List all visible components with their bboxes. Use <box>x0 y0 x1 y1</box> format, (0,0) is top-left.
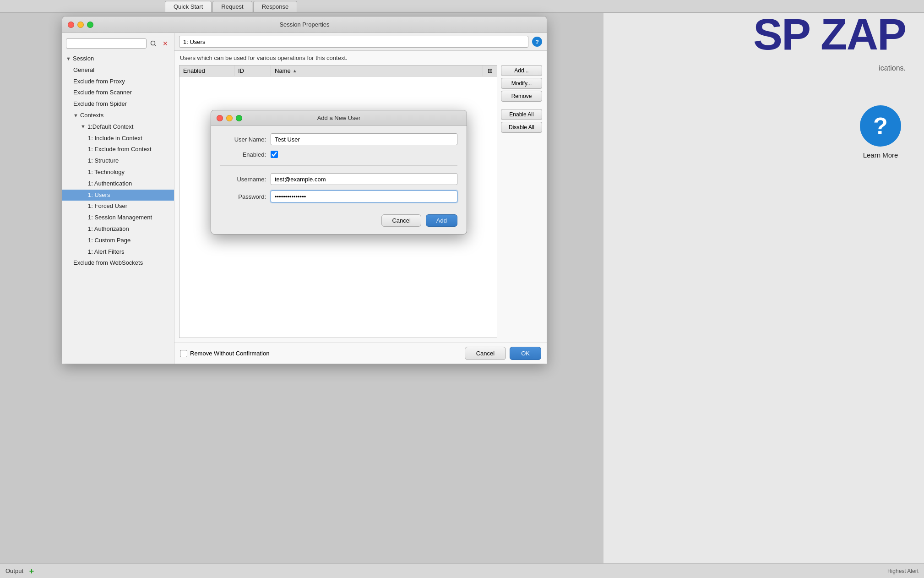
highest-alert-label: Highest Alert <box>887 568 919 574</box>
add-user-close-button[interactable] <box>217 115 223 121</box>
form-row-login-username: Username: <box>220 173 457 185</box>
sidebar-item-exclude-proxy[interactable]: Exclude from Proxy <box>62 76 174 87</box>
th-id: ID <box>234 65 271 76</box>
zap-title: SP ZAP <box>753 9 906 60</box>
tab-request[interactable]: Request <box>212 1 252 12</box>
form-row-enabled: Enabled: <box>220 151 457 158</box>
sidebar-item-structure[interactable]: 1: Structure <box>62 155 174 167</box>
contexts-arrow-icon <box>73 112 78 120</box>
tab-quick-start[interactable]: Quick Start <box>165 1 212 12</box>
session-dialog-titlebar: Session Properties <box>62 16 547 33</box>
tab-response[interactable]: Response <box>253 1 298 12</box>
password-label: Password: <box>220 193 266 200</box>
remove-confirmation-label[interactable]: Remove Without Confirmation <box>180 350 269 357</box>
bottom-buttons: Cancel OK <box>465 347 541 360</box>
zap-background: SP ZAP ications. <box>603 0 924 578</box>
status-right: Highest Alert <box>887 568 919 574</box>
add-user-dialog-title: Add a New User <box>317 115 361 121</box>
form-row-username: User Name: <box>220 133 457 145</box>
session-cancel-button[interactable]: Cancel <box>465 347 506 360</box>
sidebar-item-contexts[interactable]: Contexts <box>62 110 174 121</box>
sidebar-item-exclude-spider[interactable]: Exclude from Spider <box>62 98 174 110</box>
sidebar-item-forced-user[interactable]: 1: Forced User <box>62 201 174 212</box>
session-arrow-icon <box>66 55 71 63</box>
content-header: 1: Users ? <box>174 33 547 51</box>
sidebar-item-default-context[interactable]: 1:Default Context <box>62 121 174 133</box>
sidebar-item-users[interactable]: 1: Users <box>62 190 174 201</box>
sidebar-item-exclude-websockets[interactable]: Exclude from WebSockets <box>62 257 174 269</box>
add-user-maximize-button[interactable] <box>236 115 242 121</box>
table-header: Enabled ID Name ▲ ⊞ <box>179 65 497 76</box>
sidebar-item-authentication[interactable]: 1: Authentication <box>62 178 174 190</box>
password-input[interactable] <box>271 191 457 202</box>
session-dialog-title: Session Properties <box>279 21 329 28</box>
enabled-checkbox[interactable] <box>271 151 278 158</box>
add-user-dialog-body: User Name: Enabled: Username: Password: <box>211 126 467 210</box>
username-input[interactable] <box>271 173 457 185</box>
svg-line-1 <box>155 45 157 47</box>
bottom-bar: Remove Without Confirmation Cancel OK <box>174 343 547 364</box>
sidebar-item-include-context[interactable]: 1: Include in Context <box>62 133 174 144</box>
context-title: 1: Users <box>179 36 528 48</box>
enable-all-button[interactable]: Enable All <box>501 109 542 120</box>
sidebar-item-exclude-context[interactable]: 1: Exclude from Context <box>62 144 174 155</box>
sidebar-item-general[interactable]: General <box>62 65 174 76</box>
add-user-dialog-footer: Cancel Add <box>211 210 467 234</box>
username-label: Username: <box>220 176 266 183</box>
sidebar-item-session[interactable]: Session <box>62 53 174 65</box>
remove-user-button[interactable]: Remove <box>501 91 542 102</box>
remove-confirmation-checkbox[interactable] <box>180 350 187 357</box>
form-separator <box>220 165 457 166</box>
window-controls <box>68 22 93 28</box>
th-enabled: Enabled <box>179 65 234 76</box>
add-user-dialog: Add a New User User Name: Enabled: Usern… <box>211 110 467 234</box>
session-sidebar: ✕ Session General Exclude from Proxy Exc… <box>62 33 174 364</box>
default-context-arrow-icon <box>81 123 86 131</box>
add-user-dialog-titlebar: Add a New User <box>211 110 467 126</box>
add-user-cancel-button[interactable]: Cancel <box>381 214 421 227</box>
add-output-button[interactable]: + <box>27 567 36 576</box>
th-name[interactable]: Name ▲ <box>271 65 483 76</box>
learn-more-help-icon[interactable]: ? <box>860 105 901 147</box>
sidebar-search-icon-btn[interactable] <box>148 38 158 49</box>
user-name-label: User Name: <box>220 136 266 143</box>
content-help-button[interactable]: ? <box>532 37 542 47</box>
sidebar-item-exclude-scanner[interactable]: Exclude from Scanner <box>62 87 174 98</box>
add-user-window-controls <box>217 115 242 121</box>
learn-more-section: ? Learn More <box>860 105 901 159</box>
maximize-button[interactable] <box>87 22 93 28</box>
zap-description: ications. <box>879 64 906 72</box>
modify-user-button[interactable]: Modify... <box>501 78 542 89</box>
sidebar-search-input[interactable] <box>66 38 147 49</box>
add-user-button[interactable]: Add... <box>501 65 542 76</box>
learn-more-label: Learn More <box>863 151 898 159</box>
content-description: Users which can be used for various oper… <box>174 51 547 65</box>
close-button[interactable] <box>68 22 74 28</box>
sidebar-search-bar: ✕ <box>62 37 174 50</box>
tab-bar: Quick Start Request Response <box>0 0 924 13</box>
svg-point-0 <box>151 41 155 45</box>
sidebar-clear-icon-btn[interactable]: ✕ <box>160 38 170 49</box>
add-user-minimize-button[interactable] <box>226 115 233 121</box>
user-name-input[interactable] <box>271 133 457 145</box>
enabled-label: Enabled: <box>220 151 266 158</box>
output-label: Output <box>5 567 23 574</box>
output-bar: Output + Highest Alert <box>0 563 924 578</box>
sort-arrow-icon: ▲ <box>293 68 297 73</box>
sidebar-item-session-management[interactable]: 1: Session Management <box>62 212 174 224</box>
sidebar-item-custom-page[interactable]: 1: Custom Page <box>62 235 174 246</box>
th-extra: ⊞ <box>483 65 497 76</box>
sidebar-item-authorization[interactable]: 1: Authorization <box>62 224 174 235</box>
add-user-add-button[interactable]: Add <box>426 214 457 227</box>
form-row-password: Password: <box>220 191 457 202</box>
table-actions: Add... Modify... Remove Enable All Disab… <box>501 65 542 338</box>
minimize-button[interactable] <box>77 22 84 28</box>
session-ok-button[interactable]: OK <box>510 347 541 360</box>
sidebar-item-alert-filters[interactable]: 1: Alert Filters <box>62 246 174 258</box>
sidebar-item-technology[interactable]: 1: Technology <box>62 167 174 178</box>
disable-all-button[interactable]: Disable All <box>501 122 542 133</box>
